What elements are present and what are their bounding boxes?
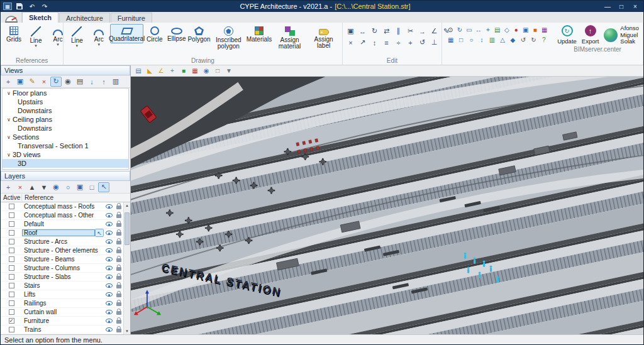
chevron-down-icon[interactable]: ∨ (5, 90, 13, 96)
layer-active-checkbox[interactable] (9, 204, 14, 209)
edit-tool-delete-icon[interactable]: × (345, 37, 357, 48)
layer-visibility-icon[interactable] (104, 248, 114, 253)
layer-active-checkbox[interactable] (9, 265, 14, 271)
edit-tool-rotate-icon[interactable]: ↻ (369, 26, 380, 36)
layer-visibility-icon[interactable] (104, 327, 114, 332)
layer-lock-icon[interactable] (114, 327, 123, 332)
view-item-ceiling-plans[interactable]: ∨Ceiling plans (3, 115, 128, 124)
viewport-textures-icon[interactable]: ■ (179, 66, 189, 75)
ribbon-button-assign-label[interactable]: Assign label (308, 24, 340, 50)
edit-tool-symmetry-icon[interactable]: ⇄ (381, 26, 392, 36)
quick-palette-icon[interactable]: ▦ (540, 25, 548, 34)
quick-solid-view-icon[interactable]: ◆ (508, 35, 517, 44)
redo-button[interactable]: ↷ (40, 2, 50, 11)
save-button[interactable] (14, 2, 25, 11)
edit-tool-divide-icon[interactable]: ÷ (393, 37, 404, 48)
layer-visibility-icon[interactable] (104, 292, 114, 297)
quick-iso-view-icon[interactable]: ◇ (502, 25, 511, 34)
layer-row-structure-other-elements[interactable]: Structure - Other elements (1, 246, 123, 255)
layer-lock-icon[interactable] (114, 230, 123, 236)
quick-search-icon[interactable]: ⊙ (446, 25, 454, 34)
layer-row-default[interactable]: Default (1, 220, 123, 229)
layers-lock-all-icon[interactable]: ▣ (74, 182, 86, 192)
quick-previous-view-icon[interactable]: ↺ (519, 35, 528, 44)
edit-tool-move-icon[interactable]: ↔ (357, 26, 369, 36)
quick-zoom-window-icon[interactable]: ▭ (465, 25, 473, 34)
3d-viewport[interactable]: CENTRAL STATION CENTRAL STATION (131, 77, 643, 334)
layer-lock-icon[interactable] (114, 256, 123, 262)
layer-lock-icon[interactable] (114, 248, 123, 253)
views-edit-view-icon[interactable]: ✎ (26, 77, 38, 87)
layer-active-checkbox[interactable] (9, 230, 14, 236)
export-button[interactable]: ↑ Export (582, 25, 599, 45)
ribbon-button-assign-material[interactable]: Assign material (272, 24, 307, 51)
app-menu-icon[interactable]: ▦ (3, 3, 12, 10)
layer-visibility-icon[interactable] (104, 239, 114, 244)
layer-active-checkbox[interactable] (9, 239, 14, 244)
ribbon-button-circle[interactable]: Circle (144, 24, 165, 44)
view-item-sections[interactable]: ∨Sections (3, 133, 128, 141)
layer-active-checkbox[interactable] (9, 212, 14, 218)
edit-tool-trim-icon[interactable]: ✂ (405, 26, 416, 36)
quick-pan-icon[interactable]: + (484, 25, 492, 34)
ribbon-button-polygon[interactable]: Polygon (188, 24, 210, 44)
edit-tool-offset-icon[interactable]: ∥ (393, 26, 404, 36)
ribbon-button-line[interactable]: Line▾ (25, 24, 47, 49)
quick-flag-icon[interactable]: ■ (531, 25, 539, 34)
viewport-views-config-icon[interactable]: ▼ (224, 66, 234, 75)
edit-tool-extend-icon[interactable]: → (417, 26, 428, 36)
layer-lock-icon[interactable] (114, 212, 123, 218)
ribbon-button-grids[interactable]: Grids (3, 24, 25, 44)
ribbon-button-inscribed-polygon[interactable]: Inscribed polygon (211, 24, 246, 51)
view-item-3d-views[interactable]: ∨3D views (3, 150, 128, 159)
views-copy-view-icon[interactable]: ▣ (14, 77, 26, 87)
quick-ortho-icon[interactable]: □ (457, 35, 465, 44)
layer-lock-icon[interactable] (114, 274, 123, 280)
quick-front-view-icon[interactable]: ▤ (493, 25, 501, 34)
edit-tool-stretch-icon[interactable]: ↕ (369, 37, 380, 48)
ribbon-button-quadrilateral[interactable]: Quadrilateral (110, 24, 143, 43)
layer-lock-icon[interactable] (114, 204, 123, 209)
quick-layer-visibility-icon[interactable]: ▣ (521, 25, 530, 34)
view-item-upstairs[interactable]: Upstairs (3, 97, 128, 106)
quick-snap-icon[interactable]: ○ (467, 35, 475, 44)
select-cursor-icon[interactable]: ↖ (95, 229, 104, 237)
layers-unlock-all-icon[interactable]: □ (86, 182, 97, 192)
ribbon-button-ellipse[interactable]: Ellipse (166, 24, 187, 43)
scroll-down-icon[interactable]: ▼ (124, 328, 130, 334)
views-snapshot-icon[interactable]: ▤ (74, 77, 86, 87)
layer-row-conceptual-mass-roofs[interactable]: Conceptual mass - Roofs (1, 202, 123, 211)
layer-active-checkbox[interactable] (9, 300, 14, 306)
views-camera-icon[interactable]: ◉ (62, 77, 74, 87)
app-logo[interactable] (1, 12, 22, 23)
layer-lock-icon[interactable] (114, 239, 123, 244)
chevron-down-icon[interactable]: ∨ (5, 152, 13, 158)
quick-help-icon[interactable]: ? (540, 35, 548, 44)
quick-next-view-icon[interactable]: ↻ (529, 35, 538, 44)
close-button[interactable]: × (628, 2, 642, 11)
edit-tool-scale-icon[interactable]: ↗ (357, 37, 369, 48)
layers-add-layer-icon[interactable]: + (3, 182, 14, 192)
layer-row-lifts[interactable]: Lifts (1, 290, 123, 299)
quick-fit-vertical-icon[interactable]: ↕ (477, 35, 486, 44)
viewport-measure-icon[interactable]: ◣ (145, 66, 155, 75)
tab-architecture[interactable]: Architecture (59, 13, 110, 23)
quick-zoom-extents-icon[interactable]: ↔ (474, 25, 482, 34)
maximize-button[interactable]: □ (614, 2, 628, 11)
layers-delete-layer-icon[interactable]: × (14, 182, 26, 192)
layer-row-conceptual-mass-other[interactable]: Conceptual mass - Other (1, 211, 123, 220)
layer-lock-icon[interactable] (114, 283, 123, 288)
layer-active-checkbox[interactable] (9, 292, 14, 297)
layer-visibility-icon[interactable] (104, 310, 114, 314)
layer-row-curtain-wall[interactable]: Curtain wall (1, 308, 123, 317)
quick-redraw-icon[interactable]: ↻ (455, 25, 464, 34)
layer-active-checkbox[interactable] (9, 327, 14, 332)
layer-active-checkbox[interactable] (9, 309, 14, 315)
edit-tool-join-icon[interactable]: + (405, 37, 416, 48)
layer-visibility-icon[interactable] (104, 222, 114, 226)
edit-tool-copy-icon[interactable]: ▣ (345, 26, 357, 36)
layer-row-structure-arcs[interactable]: Structure - Arcs (1, 238, 123, 246)
layer-active-checkbox[interactable] (9, 283, 14, 288)
layer-visibility-icon[interactable] (104, 301, 114, 305)
view-item-floor-plans[interactable]: ∨Floor plans (3, 89, 128, 97)
